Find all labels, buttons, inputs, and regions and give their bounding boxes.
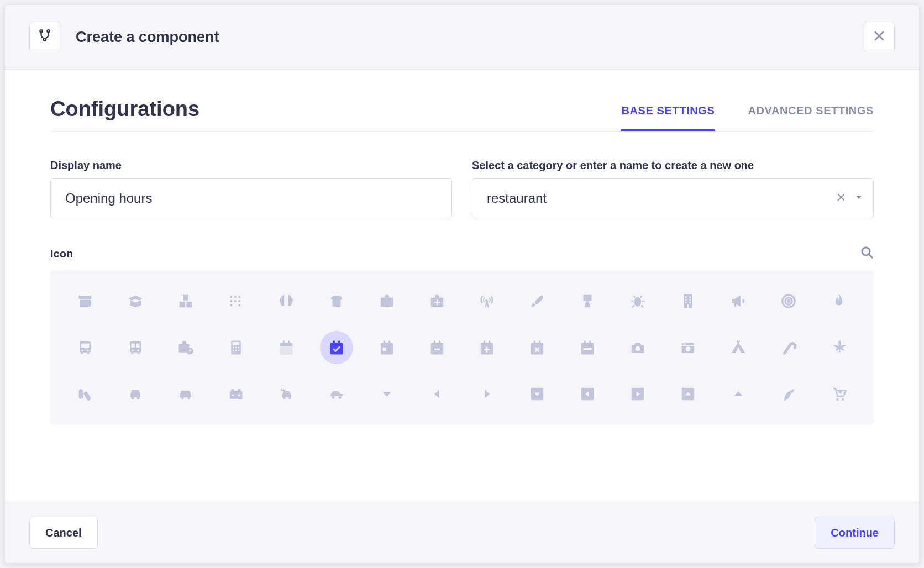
icon-fire[interactable]: [822, 285, 855, 318]
icon-calendar-minus[interactable]: [421, 331, 454, 364]
icon-brain[interactable]: [270, 285, 303, 318]
icon-paint-brush-2[interactable]: [571, 285, 604, 318]
icon-box-open[interactable]: [119, 285, 152, 318]
svg-point-90: [636, 346, 641, 351]
icon-calculator[interactable]: [219, 331, 253, 364]
icon-briefcase[interactable]: [370, 285, 403, 318]
svg-marker-7: [856, 196, 861, 199]
svg-point-59: [235, 347, 237, 349]
svg-rect-102: [231, 389, 234, 391]
display-name-input[interactable]: [50, 178, 452, 218]
svg-rect-35: [689, 302, 691, 303]
icon-calendar-day[interactable]: [370, 331, 403, 364]
icon-braille[interactable]: [219, 285, 253, 318]
category-label: Select a category or enter a name to cre…: [472, 159, 874, 172]
svg-rect-26: [584, 295, 592, 301]
svg-rect-95: [79, 389, 83, 399]
svg-point-21: [238, 300, 240, 302]
cancel-button[interactable]: Cancel: [29, 517, 98, 549]
svg-rect-53: [138, 353, 140, 354]
category-field-wrap: Select a category or enter a name to cre…: [472, 159, 874, 218]
category-input[interactable]: [472, 178, 874, 218]
tab-base-settings[interactable]: BASE SETTINGS: [621, 104, 715, 131]
icon-building[interactable]: [671, 285, 705, 318]
icon-row: [60, 278, 864, 324]
svg-point-106: [332, 396, 334, 399]
icon-car-alt[interactable]: [169, 377, 202, 411]
display-name-field-wrap: Display name: [50, 159, 452, 218]
svg-rect-52: [132, 353, 134, 354]
tab-advanced-settings[interactable]: ADVANCED SETTINGS: [748, 104, 874, 131]
icon-caret-left[interactable]: [421, 377, 454, 411]
icon-caret-square-down[interactable]: [521, 377, 554, 411]
search-icon-button[interactable]: [860, 246, 874, 261]
icon-carrot[interactable]: [772, 377, 805, 411]
icon-bus[interactable]: [69, 331, 102, 364]
close-button[interactable]: [864, 22, 895, 52]
svg-rect-23: [380, 298, 393, 307]
modal-footer: Cancel Continue: [5, 502, 919, 563]
icon-bullseye[interactable]: [772, 285, 805, 318]
svg-point-28: [634, 297, 642, 307]
svg-rect-30: [685, 296, 687, 298]
icon-calendar-check[interactable]: [320, 331, 353, 364]
icon-calendar[interactable]: [270, 331, 303, 364]
svg-point-16: [230, 300, 232, 302]
icon-caret-up[interactable]: [722, 377, 755, 411]
form-row: Display name Select a category or enter …: [50, 159, 874, 218]
icon-calendar-plus[interactable]: [470, 331, 503, 364]
icon-broadcast-tower[interactable]: [470, 285, 503, 318]
svg-rect-57: [233, 342, 240, 345]
icon-caret-square-up[interactable]: [671, 377, 705, 411]
icon-camera-retro[interactable]: [671, 331, 705, 364]
close-icon: [873, 29, 886, 45]
svg-point-43: [82, 349, 83, 351]
icon-caret-square-right[interactable]: [621, 377, 654, 411]
icon-campground[interactable]: [722, 331, 755, 364]
svg-point-98: [137, 397, 140, 399]
icon-boxes[interactable]: [169, 285, 202, 318]
icon-bullhorn[interactable]: [722, 285, 755, 318]
icon-business-time[interactable]: [169, 331, 202, 364]
icon-bus-alt[interactable]: [119, 331, 152, 364]
clear-icon[interactable]: [836, 192, 846, 204]
icon-bread[interactable]: [320, 285, 353, 318]
icon-candy-cane[interactable]: [772, 331, 805, 364]
svg-rect-33: [689, 299, 691, 301]
svg-rect-78: [439, 341, 440, 344]
icon-calendar-times[interactable]: [521, 331, 554, 364]
icon-brush[interactable]: [521, 285, 554, 318]
settings-tabs: BASE SETTINGS ADVANCED SETTINGS: [621, 104, 874, 131]
icon-bug[interactable]: [621, 285, 654, 318]
icon-cart-arrow-down[interactable]: [822, 377, 855, 411]
icon-caret-right[interactable]: [470, 377, 503, 411]
modal-header: Create a component: [5, 5, 919, 70]
icon-car-battery[interactable]: [219, 377, 253, 411]
icon-caret-square-left[interactable]: [571, 377, 604, 411]
icon-cannabis[interactable]: [822, 331, 855, 364]
svg-point-120: [836, 398, 839, 401]
icon-label: Icon: [50, 248, 73, 260]
chevron-down-icon[interactable]: [855, 193, 863, 203]
svg-point-93: [686, 346, 691, 351]
svg-point-99: [181, 397, 184, 399]
icon-camera[interactable]: [621, 331, 654, 364]
svg-rect-12: [183, 295, 188, 301]
icon-calendar-week[interactable]: [571, 331, 604, 364]
continue-button[interactable]: Continue: [815, 517, 895, 549]
svg-point-60: [238, 347, 239, 349]
icon-archive[interactable]: [69, 285, 102, 318]
icon-car[interactable]: [119, 377, 152, 411]
svg-rect-68: [288, 341, 290, 344]
svg-point-0: [40, 30, 42, 32]
icon-medical-briefcase[interactable]: [421, 285, 454, 318]
icon-row: [60, 371, 864, 417]
icon-car-crash[interactable]: [270, 377, 303, 411]
icon-car-side[interactable]: [320, 377, 353, 411]
icon-capsules[interactable]: [69, 377, 102, 411]
svg-point-61: [233, 350, 234, 351]
svg-rect-81: [484, 341, 485, 344]
svg-line-9: [869, 254, 872, 257]
icon-caret-down[interactable]: [370, 377, 403, 411]
svg-rect-48: [132, 344, 135, 348]
